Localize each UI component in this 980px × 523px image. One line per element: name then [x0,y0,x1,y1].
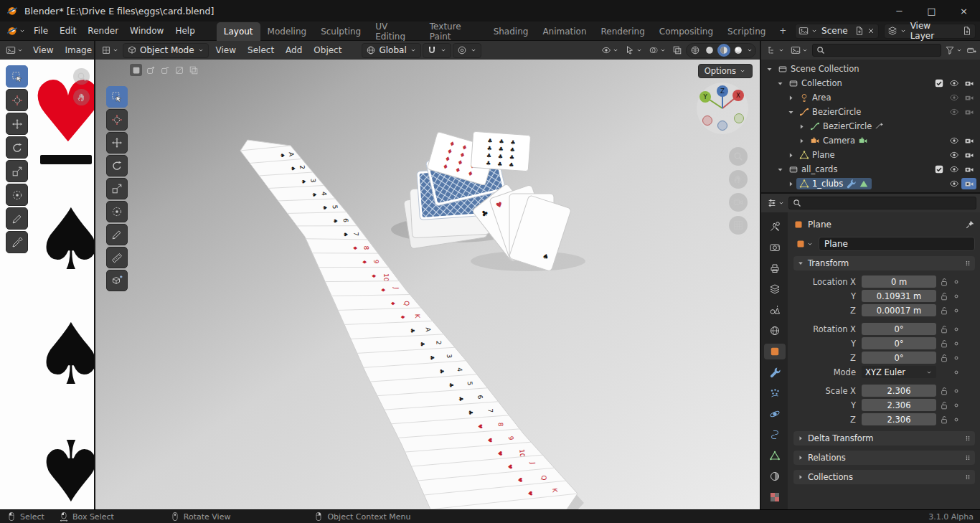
blender-menu-button[interactable] [4,24,28,38]
menu-view[interactable]: View [27,43,59,57]
lock-open-icon[interactable] [939,400,949,410]
section-delta-transform[interactable]: Delta Transform [793,431,975,446]
eye-icon[interactable] [949,136,959,146]
properties-tab-tool[interactable] [764,219,786,235]
shading-rendered[interactable] [732,44,745,57]
dot-icon[interactable] [952,387,961,395]
tool-move[interactable] [6,113,28,135]
lock-open-icon[interactable] [939,306,949,316]
outliner-row[interactable]: 1_clubs [761,176,980,191]
axis-z-negative-handle[interactable] [718,121,727,131]
unlink-scene-icon[interactable] [867,27,875,35]
axis-x-negative-handle[interactable] [703,116,712,126]
properties-tab-modifiers[interactable] [764,364,786,380]
properties-tab-texture[interactable] [764,489,786,505]
tool-scale[interactable] [6,160,28,182]
select-mode-intersect[interactable] [187,64,199,76]
pan-gizmo[interactable] [729,170,748,189]
mode-dropdown[interactable]: Object Mode [123,43,209,58]
tool-move[interactable] [106,132,128,154]
outliner-row[interactable]: Scene Collection [761,62,980,76]
close-button[interactable]: × [948,0,980,22]
properties-tab-object[interactable] [764,344,786,359]
value-field[interactable]: 0° [862,352,936,364]
outliner-row[interactable]: BezierCircle [761,119,980,133]
menu-add[interactable]: Add [280,43,308,57]
tool-scale[interactable] [106,178,128,199]
value-field[interactable]: 0° [862,337,936,349]
value-field[interactable]: 2.306 [862,413,936,425]
shading-wireframe[interactable] [689,44,702,57]
axis-y-negative-handle[interactable] [735,114,744,123]
workspace-tab-texture-paint[interactable]: Texture Paint [423,22,486,41]
dot-icon[interactable] [952,354,961,362]
properties-tab-physics[interactable] [764,406,786,422]
tool-cursor[interactable] [106,109,128,131]
render-cam-icon[interactable] [964,78,974,88]
menu-object[interactable]: Object [308,43,347,57]
lock-open-icon[interactable] [939,324,949,334]
new-collection-icon[interactable] [966,45,976,55]
eye-icon[interactable] [949,78,959,88]
render-cam-icon[interactable] [964,136,974,146]
properties-tab-output[interactable] [764,260,786,276]
camera-view-toggle[interactable] [729,193,748,212]
value-field[interactable]: 0° [862,323,936,335]
eye-icon[interactable] [949,150,959,160]
zoom-gizmo[interactable] [729,147,748,166]
tool-sample[interactable] [6,231,28,253]
editor-type-button[interactable] [765,44,787,57]
object-id-dropdown[interactable] [793,237,816,250]
value-field[interactable]: 0.10931 m [862,290,936,302]
tool-cursor[interactable] [6,89,28,111]
properties-tab-data[interactable] [764,448,786,463]
shading-solid[interactable] [703,44,716,57]
workspace-tab-compositing[interactable]: Compositing [652,22,720,41]
dot-icon[interactable] [952,278,961,286]
orientation-dropdown[interactable]: Global [362,43,420,58]
lock-open-icon[interactable] [939,277,949,287]
minimize-button[interactable]: ─ [883,0,915,22]
scene-selector[interactable]: Scene [795,24,879,39]
viewport-canvas[interactable]: A♠2♠3♠4♠5♠6♠7♠8♦9♦10♦J♦Q♦K♦A♣2♣3♣4♣5♣6♣7… [95,60,760,509]
tool-rotate[interactable] [106,155,128,176]
overlays-dropdown[interactable] [646,44,669,57]
transform-section-header[interactable]: Transform [793,256,975,270]
dot-icon[interactable] [952,368,961,377]
outliner-row[interactable]: Plane [761,148,980,162]
lock-open-icon[interactable] [939,415,949,425]
expand-icon[interactable] [786,179,796,189]
eye-icon[interactable] [949,164,959,174]
properties-tab-material[interactable] [764,468,786,484]
value-field[interactable]: 2.306 [862,399,936,411]
collapse-icon[interactable] [776,79,785,88]
collapse-icon[interactable] [776,165,785,174]
tool-add-cube[interactable] [106,270,128,291]
proportional-edit-toggle[interactable] [453,43,481,58]
editor-type-button[interactable] [99,44,121,57]
display-mode-dropdown[interactable] [788,44,811,57]
maximize-button[interactable]: □ [915,0,948,22]
workspace-tab-scripting[interactable]: Scripting [720,22,773,41]
menu-file[interactable]: File [28,24,54,38]
select-mode-subtract[interactable] [159,64,171,76]
menu-window[interactable]: Window [124,24,169,38]
outliner-search-input[interactable] [812,44,941,57]
add-workspace-button[interactable]: + [776,24,790,38]
tool-measure[interactable] [106,247,128,268]
outliner-row[interactable]: all_cards [761,162,980,176]
perspective-toggle[interactable] [729,216,748,235]
checkbox-icon[interactable] [934,164,944,174]
render-cam-icon[interactable] [964,150,974,160]
menu-edit[interactable]: Edit [54,24,82,38]
dot-icon[interactable] [952,401,961,410]
properties-tab-scene[interactable] [764,302,786,318]
lock-open-icon[interactable] [939,386,949,396]
properties-tab-constraints[interactable] [764,427,786,443]
outliner-row[interactable]: Area [761,90,980,105]
eye-icon[interactable] [949,179,959,189]
expand-icon[interactable] [797,136,806,146]
expand-icon[interactable] [786,151,796,160]
tool-select-box[interactable] [106,86,128,108]
mode-dropdown[interactable]: XYZ Euler [862,366,936,378]
